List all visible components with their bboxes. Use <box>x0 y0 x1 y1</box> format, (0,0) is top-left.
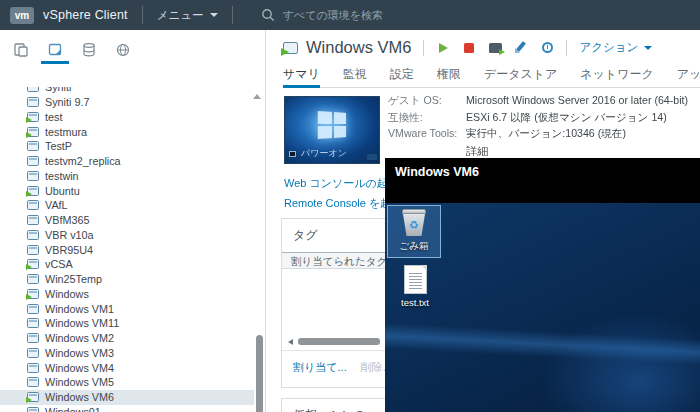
vm-name: Windows VM4 <box>45 362 114 374</box>
vm-tree-item[interactable]: Syniti <box>0 87 254 95</box>
vm-running-icon <box>27 392 39 402</box>
vm-icon <box>27 97 39 107</box>
vm-tree-item[interactable]: VBfM365 <box>0 213 254 228</box>
vm-tree-item[interactable]: testmura <box>0 124 254 139</box>
tab-設定[interactable]: 設定 <box>390 66 414 87</box>
search-placeholder: すべての環境を検索 <box>283 8 383 23</box>
vm-tree-item[interactable]: VBR95U4 <box>0 242 254 257</box>
vm-tree-item[interactable]: Windows VM4 <box>0 360 254 375</box>
vm-running-icon <box>27 112 39 122</box>
tab-ネットワーク[interactable]: ネットワーク <box>580 66 653 87</box>
storage-icon[interactable] <box>78 40 100 60</box>
vms-and-templates-icon[interactable] <box>44 40 66 60</box>
vm-running-icon <box>27 289 39 299</box>
vm-tree-item[interactable]: Windows VM2 <box>0 331 254 346</box>
vm-icon <box>27 348 39 358</box>
scroll-left-arrow[interactable] <box>288 339 293 345</box>
vm-tree-item[interactable]: Ubuntu <box>0 183 254 198</box>
tab-アップデート[interactable]: アップデート <box>677 66 700 87</box>
power-off-icon[interactable] <box>462 42 476 54</box>
tools-detail-link[interactable]: 詳細 <box>466 144 688 159</box>
topbar-divider <box>142 6 143 24</box>
chevron-down-icon <box>210 13 218 17</box>
vm-name: Windows VM2 <box>45 332 114 344</box>
vm-tree-item[interactable]: Windows VM6 <box>0 390 254 405</box>
vm-name: VBR v10a <box>45 229 94 241</box>
text-file-glyph <box>404 265 427 294</box>
tab-bar: サマリ監視設定権限データストアネットワークアップデート <box>283 66 700 88</box>
vm-tree-list: SynitiSyniti 9.7testtestmuraTestPtestvm2… <box>0 87 254 412</box>
vmware-logo: vm <box>10 7 34 24</box>
networking-icon[interactable] <box>112 40 134 60</box>
tab-データストア[interactable]: データストア <box>484 66 557 87</box>
header-divider <box>423 40 424 56</box>
edit-settings-icon[interactable] <box>514 42 528 54</box>
vm-name: Windows VM5 <box>45 376 114 388</box>
vm-icon <box>27 377 39 387</box>
vm-action-toolbar <box>436 42 554 54</box>
vm-tree-item[interactable]: Windows <box>0 287 254 302</box>
app-title: vSphere Client <box>43 8 128 22</box>
vm-icon <box>27 200 39 210</box>
vm-tree-item[interactable]: Windows VM5 <box>0 375 254 390</box>
vm-icon <box>27 87 39 92</box>
vm-name: TestP <box>45 140 72 152</box>
search-icon <box>261 8 275 22</box>
info-label: VMware Tools: <box>388 127 464 141</box>
inventory-sidebar: SynitiSyniti 9.7testtestmuraTestPtestvm2… <box>0 30 266 412</box>
snapshot-icon[interactable] <box>540 42 554 54</box>
vm-tree-item[interactable]: Syniti 9.7 <box>0 95 254 110</box>
vm-running-icon <box>27 259 39 269</box>
scrollbar-thumb[interactable] <box>298 338 380 345</box>
chevron-down-icon <box>644 46 652 50</box>
vm-name: Syniti <box>45 87 71 93</box>
vm-tree-item[interactable]: TestP <box>0 139 254 154</box>
info-label: ゲスト OS: <box>388 94 464 108</box>
vm-icon <box>27 363 39 373</box>
vm-tree-item[interactable]: testwin <box>0 169 254 184</box>
thumbnail-taskbar-fragment <box>367 154 377 160</box>
power-on-icon[interactable] <box>436 42 450 54</box>
monitor-icon <box>289 151 296 157</box>
global-search[interactable]: すべての環境を検索 <box>261 8 383 23</box>
vm-tree-item[interactable]: VBR v10a <box>0 228 254 243</box>
info-label <box>388 144 464 159</box>
vm-name: Windows <box>45 288 89 300</box>
tab-権限[interactable]: 権限 <box>437 66 461 87</box>
vm-tree-item[interactable]: Windows VM11 <box>0 316 254 331</box>
vm-tree-item[interactable]: Windows01 <box>0 405 254 412</box>
tab-監視[interactable]: 監視 <box>343 66 367 87</box>
console-window-title[interactable]: Windows VM6 <box>385 158 700 203</box>
vm-name: Windows VM6 <box>45 391 114 403</box>
recycle-bin-icon[interactable]: ♻ ごみ箱 <box>387 205 441 258</box>
vm-tree-item[interactable]: vCSA <box>0 257 254 272</box>
vm-name: VBR95U4 <box>45 244 93 256</box>
menu-dropdown[interactable]: メニュー <box>157 8 218 23</box>
vm-name: testvm2_replica <box>45 155 121 167</box>
scroll-up-arrow[interactable] <box>253 94 261 99</box>
vm-tree-item[interactable]: Windows VM3 <box>0 346 254 361</box>
sidebar-scrollbar[interactable] <box>256 335 263 412</box>
desktop-icon-label: test.txt <box>401 297 429 308</box>
launch-console-icon[interactable] <box>488 42 502 54</box>
vm-console-thumbnail[interactable]: パワーオン <box>284 96 380 164</box>
vm-tree-item[interactable]: Win25Temp <box>0 272 254 287</box>
tab-サマリ[interactable]: サマリ <box>283 66 320 87</box>
vm-tree-item[interactable]: VAfL <box>0 198 254 213</box>
vm-icon <box>27 304 39 314</box>
vm-name: Windows01 <box>45 406 101 412</box>
vm-name: vCSA <box>45 258 73 270</box>
info-label: 互換性: <box>388 111 464 125</box>
vm-icon <box>27 215 39 225</box>
windows-logo-wallpaper <box>318 111 346 139</box>
vm-name: Windows VM3 <box>45 347 114 359</box>
actions-dropdown[interactable]: アクション <box>579 40 652 55</box>
text-file-icon[interactable]: test.txt <box>388 265 442 308</box>
vm-name: Win25Temp <box>45 273 102 285</box>
top-bar: vm vSphere Client メニュー すべての環境を検索 <box>0 0 700 30</box>
assign-tag-button[interactable]: 割り当て... <box>293 360 347 375</box>
vm-tree-item[interactable]: testvm2_replica <box>0 154 254 169</box>
vm-tree-item[interactable]: Windows VM1 <box>0 301 254 316</box>
hosts-and-clusters-icon[interactable] <box>10 40 32 60</box>
vm-tree-item[interactable]: test <box>0 110 254 125</box>
